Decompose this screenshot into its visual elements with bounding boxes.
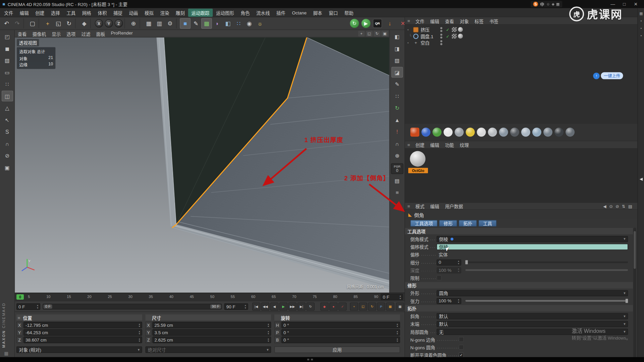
object-manager-menu-item[interactable]: 编辑 — [427, 17, 442, 24]
phong-tag-icon[interactable] — [458, 27, 463, 32]
ngon-round-checkbox[interactable] — [459, 345, 464, 350]
back-icon[interactable]: ◀ — [603, 204, 606, 208]
menu-item[interactable]: 流水线 — [253, 8, 273, 16]
export-download-icon[interactable]: ↓ — [384, 18, 395, 29]
tab-tool[interactable]: 工具 — [479, 220, 497, 227]
viewport-menu-item[interactable]: 选项 — [64, 30, 78, 37]
expand-icon[interactable]: ▪ — [408, 41, 409, 45]
preset-steel[interactable] — [499, 128, 508, 137]
object-manager-menu-item[interactable]: 查看 — [442, 17, 457, 24]
record-parameter-toggle[interactable]: P — [377, 302, 385, 310]
ending-dropdown[interactable]: 默认 ▾ — [437, 321, 628, 327]
layout-tab-icon[interactable]: ▦ — [638, 11, 644, 15]
lock-axis-icon[interactable]: ⊘ — [1, 150, 13, 161]
panel-collapse-icon[interactable]: ◀ — [638, 177, 644, 181]
snap-settings-icon[interactable]: S — [1, 126, 13, 137]
menu-item[interactable]: 动画 — [126, 8, 142, 16]
range-end-handle[interactable]: 90 F — [210, 305, 221, 309]
preset-light[interactable] — [477, 128, 486, 137]
ngon-corner-checkbox[interactable] — [459, 337, 464, 342]
pen-icon[interactable]: ✎ — [391, 79, 403, 89]
texture-mode-icon[interactable]: ▨ — [391, 55, 403, 66]
end-frame-field[interactable]: 90 F ▴▾ — [224, 303, 248, 310]
menu-item[interactable]: 工具 — [63, 8, 79, 16]
timeline-scrubber[interactable]: 0 — [16, 294, 24, 300]
object-row-disc[interactable]: └ 圆盘.1 ✓ — [405, 33, 638, 40]
timeline-layout-icon[interactable]: ▦ — [396, 302, 404, 310]
menu-item[interactable]: 捕捉 — [110, 8, 126, 16]
preset-dark[interactable] — [510, 128, 519, 137]
viewport-menu-item[interactable]: 查看 — [15, 30, 30, 37]
record-rotation-toggle[interactable]: ↻ — [368, 302, 376, 310]
lock-icon[interactable]: ⊘ — [615, 204, 619, 208]
preset-gray[interactable] — [455, 128, 464, 137]
preset-black[interactable] — [554, 128, 564, 137]
tab-shaping[interactable]: 修形 — [439, 220, 457, 227]
limit-checkbox[interactable] — [437, 276, 442, 281]
menu-item[interactable]: Octane — [289, 9, 310, 16]
tension-field[interactable]: 100 % ▴▾ — [437, 298, 461, 304]
render-picture-viewer-icon[interactable]: ▥ — [154, 18, 165, 29]
record-position-toggle[interactable]: + — [350, 302, 358, 310]
normals-warning-icon[interactable]: ! — [391, 126, 403, 137]
qr-icon[interactable]: QR — [373, 19, 382, 28]
material-name-label[interactable]: OctGlo — [408, 168, 428, 173]
subdivision-field[interactable]: 0 ▴▾ — [437, 259, 461, 265]
z-axis-lock[interactable]: Z — [115, 19, 123, 27]
stepper-icon[interactable]: ▴▾ — [37, 304, 38, 309]
attribute-scrollbar[interactable] — [633, 228, 636, 362]
section-topology[interactable]: 拓扑 — [405, 305, 633, 312]
material-menu-item[interactable]: 纹理 — [457, 141, 472, 148]
menu-item[interactable]: 编辑 — [16, 8, 32, 16]
redo-icon[interactable]: ↷ — [12, 18, 23, 29]
octane-preset[interactable] — [410, 128, 419, 137]
stepper-icon[interactable]: ▴▾ — [245, 304, 246, 309]
menu-item[interactable]: 体积 — [95, 8, 110, 16]
viewport-menu-item[interactable]: 过滤 — [78, 30, 93, 37]
bend-deformer-icon[interactable]: ◗ — [212, 18, 223, 29]
preset-green[interactable] — [432, 128, 441, 137]
3d-viewport[interactable]: Y 透视视图 选取对象 总计 对象21 边缘10 网格间距 : 0.001 cm — [15, 37, 389, 293]
material-thumbnail[interactable] — [410, 151, 426, 167]
tension-slider[interactable] — [465, 300, 628, 302]
rotation-b-field[interactable]: 0 °▴▾ — [281, 337, 400, 343]
size-z-field[interactable]: 2.625 cm▴▾ — [152, 337, 271, 343]
live-selection-icon[interactable]: ▢ — [27, 18, 38, 29]
timeline-ruler[interactable]: 0 51015202530354045505560657075808590 0 … — [15, 293, 405, 301]
bevel-mode-dropdown[interactable]: 倒棱 ▾ — [437, 236, 628, 242]
subdivision-slider[interactable] — [465, 261, 628, 263]
shape-dropdown[interactable]: 圆角 ▾ — [437, 290, 628, 296]
snap-magnet-icon[interactable]: ∩ — [391, 138, 403, 149]
miter-dropdown[interactable]: 默认 ▾ — [437, 313, 628, 319]
light-icon[interactable]: ☼ — [255, 18, 265, 29]
edges-mode-icon[interactable]: ◫ — [1, 91, 13, 102]
psr-reset-badge[interactable]: PSR 0 — [391, 163, 404, 174]
preset-metal[interactable] — [543, 128, 552, 137]
range-start-handle[interactable]: 0 F — [44, 305, 52, 309]
keyframe-selection-button[interactable]: ✓ — [338, 302, 346, 310]
pan-view-icon[interactable]: + — [358, 31, 365, 37]
joint-icon[interactable]: ⊕ — [391, 150, 403, 161]
goto-start-button[interactable]: |◀ — [252, 302, 260, 310]
texture-tag-icon[interactable] — [452, 27, 457, 32]
position-x-field[interactable]: -12.795 cm▴▾ — [23, 322, 142, 328]
frame-field[interactable]: 0 F ▴▾ — [16, 303, 40, 310]
section-tool-options[interactable]: 工具选项 — [405, 228, 633, 235]
autokey-button[interactable]: ● — [329, 302, 337, 310]
record-scale-toggle[interactable]: ◱ — [359, 302, 367, 310]
expand-icon[interactable]: ▪ — [408, 28, 409, 32]
offset-value[interactable]: 实体 — [437, 251, 448, 258]
model-mode-icon[interactable]: ◨ — [391, 43, 403, 54]
menu-item[interactable]: 渲染 — [157, 8, 173, 16]
preset-blue[interactable] — [421, 128, 430, 137]
coordinate-system-icon[interactable]: ⊕ — [128, 18, 139, 29]
menu-item[interactable]: 插件 — [273, 8, 289, 16]
zoom-view-icon[interactable]: ◱ — [366, 31, 373, 37]
size-x-field[interactable]: 25.59 cm▴▾ — [152, 322, 271, 328]
preset-white[interactable] — [443, 128, 452, 137]
viewport-menu-item[interactable]: 摄像机 — [30, 30, 49, 37]
emoji-icon[interactable]: ☺ — [546, 2, 550, 6]
menu-item[interactable]: 窗口 — [325, 8, 341, 16]
stepper-icon[interactable]: ▴▾ — [458, 298, 459, 303]
menu-item[interactable]: 帮助 — [341, 8, 357, 16]
